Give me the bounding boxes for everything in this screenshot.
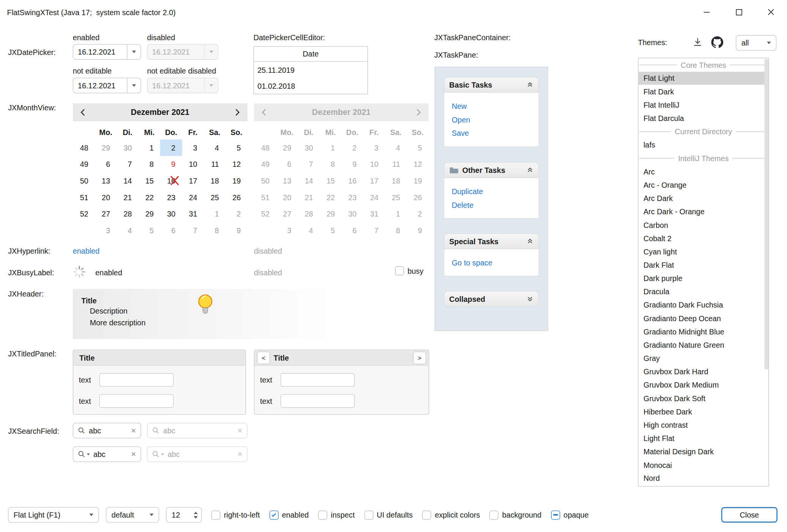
- theme-item[interactable]: Dark purple: [638, 271, 768, 285]
- text-field[interactable]: [99, 394, 174, 408]
- calendar-day[interactable]: 10: [182, 156, 204, 173]
- theme-item[interactable]: Flat Light: [638, 72, 768, 85]
- theme-item[interactable]: Flat IntelliJ: [638, 98, 768, 111]
- calendar-day[interactable]: 5: [139, 222, 160, 239]
- next-month-button[interactable]: [235, 108, 241, 116]
- task-link[interactable]: Open: [452, 113, 531, 127]
- hyperlink-enabled[interactable]: enabled: [73, 247, 100, 255]
- theme-item[interactable]: Gruvbox Dark Soft: [638, 392, 768, 405]
- date-picker-value[interactable]: 16.12.2021: [73, 81, 127, 89]
- theme-filter-combo[interactable]: all: [736, 35, 776, 51]
- table-row[interactable]: 01.02.2018: [254, 78, 367, 94]
- github-button[interactable]: [711, 36, 724, 49]
- text-field[interactable]: [99, 373, 174, 387]
- calendar-day[interactable]: 31: [182, 206, 204, 222]
- calendar-day[interactable]: 19: [225, 173, 247, 189]
- calendar-day[interactable]: 8: [139, 156, 160, 173]
- theme-list-scrollbar[interactable]: [764, 59, 768, 486]
- calendar-day[interactable]: 25: [204, 189, 225, 206]
- checkbox-box[interactable]: [490, 510, 499, 519]
- table-column-header[interactable]: Date: [254, 47, 367, 62]
- date-picker-not-editable[interactable]: 16.12.2021: [73, 78, 141, 93]
- date-picker-enabled[interactable]: 16.12.2021: [73, 44, 141, 60]
- theme-item[interactable]: Dark Flat: [638, 258, 768, 271]
- calendar-day[interactable]: 28: [116, 206, 138, 222]
- scrollbar-thumb[interactable]: [764, 59, 768, 370]
- theme-item[interactable]: lafs: [638, 138, 768, 151]
- theme-item[interactable]: Material Design Dark: [638, 445, 768, 458]
- theme-item[interactable]: Flat Dark: [638, 85, 768, 98]
- calendar-day[interactable]: 9: [225, 222, 247, 239]
- scroll-right-button[interactable]: >: [413, 352, 426, 364]
- theme-item[interactable]: Nord: [638, 472, 768, 485]
- search-input[interactable]: abc: [93, 450, 127, 458]
- download-themes-button[interactable]: [692, 36, 704, 48]
- date-picker-dropdown-button[interactable]: [127, 45, 141, 59]
- minimize-button[interactable]: [691, 0, 723, 24]
- checkbox-box[interactable]: [422, 510, 431, 519]
- calendar-day[interactable]: 26: [225, 189, 247, 206]
- theme-item[interactable]: Arc Dark - Orange: [638, 205, 768, 218]
- calendar-day[interactable]: 13: [95, 173, 116, 189]
- maximize-button[interactable]: [723, 0, 755, 24]
- expand-icon[interactable]: [527, 295, 534, 303]
- calendar-day[interactable]: 3: [95, 222, 116, 239]
- font-size-spinner[interactable]: 12: [166, 507, 202, 523]
- calendar-day[interactable]: 22: [139, 189, 160, 206]
- calendar-day[interactable]: 30: [160, 206, 182, 222]
- text-field[interactable]: [280, 373, 355, 387]
- calendar-day[interactable]: 6: [95, 156, 116, 173]
- calendar-day[interactable]: 9: [160, 156, 182, 173]
- calendar-day[interactable]: 1: [204, 206, 225, 222]
- clear-search-icon[interactable]: ×: [131, 450, 136, 458]
- previous-month-button[interactable]: [80, 108, 86, 116]
- theme-item[interactable]: Cobalt 2: [638, 232, 768, 245]
- calendar-day[interactable]: 6: [160, 222, 182, 239]
- calendar-day[interactable]: 21: [116, 189, 138, 206]
- checkbox-background[interactable]: background: [490, 510, 541, 519]
- calendar-day[interactable]: 5: [225, 140, 247, 156]
- calendar-day[interactable]: 4: [204, 140, 225, 156]
- laf-combo[interactable]: Flat Light (F1): [8, 507, 99, 523]
- theme-item[interactable]: Gradianto Deep Ocean: [638, 312, 768, 325]
- calendar-day[interactable]: 14: [116, 173, 138, 189]
- collapse-icon[interactable]: [527, 166, 534, 174]
- calendar-day[interactable]: 16: [160, 173, 182, 189]
- date-picker-value[interactable]: 16.12.2021: [73, 48, 127, 56]
- calendar-day[interactable]: 17: [182, 173, 204, 189]
- calendar-day[interactable]: 12: [225, 156, 247, 173]
- checkbox-box[interactable]: [395, 266, 404, 275]
- theme-item[interactable]: Gradianto Midnight Blue: [638, 325, 768, 338]
- task-pane-header[interactable]: Special Tasks: [444, 233, 539, 249]
- calendar-day[interactable]: 7: [182, 222, 204, 239]
- calendar-day[interactable]: 11: [204, 156, 225, 173]
- checkbox-box[interactable]: [269, 510, 279, 519]
- theme-item[interactable]: Flat Darcula: [638, 111, 768, 125]
- text-field[interactable]: [280, 394, 355, 408]
- checkbox-inspect[interactable]: inspect: [318, 510, 355, 519]
- theme-item[interactable]: Gruvbox Dark Medium: [638, 378, 768, 392]
- spinner-down-icon[interactable]: [194, 516, 198, 518]
- theme-item[interactable]: Dracula: [638, 285, 768, 298]
- style-combo[interactable]: default: [106, 507, 159, 523]
- theme-item[interactable]: High contrast: [638, 418, 768, 432]
- search-field[interactable]: abc ×: [73, 423, 141, 438]
- calendar-day[interactable]: 8: [204, 222, 225, 239]
- clear-search-icon[interactable]: ×: [131, 426, 136, 435]
- theme-item[interactable]: Light Flat: [638, 432, 768, 445]
- checkbox-right-to-left[interactable]: right-to-left: [211, 510, 260, 519]
- task-pane-header[interactable]: Collapsed: [444, 291, 539, 307]
- theme-item[interactable]: Hiberbee Dark: [638, 405, 768, 418]
- task-link[interactable]: Delete: [452, 198, 531, 212]
- theme-item[interactable]: Cyan light: [638, 245, 768, 258]
- calendar-day[interactable]: 18: [204, 173, 225, 189]
- theme-item[interactable]: Monocai: [638, 458, 768, 472]
- collapse-icon[interactable]: [527, 238, 534, 245]
- date-picker-dropdown-button[interactable]: [127, 78, 141, 93]
- window-close-button[interactable]: [755, 0, 787, 24]
- calendar-day[interactable]: 15: [139, 173, 160, 189]
- scroll-left-button[interactable]: <: [257, 352, 270, 364]
- theme-item[interactable]: Carbon: [638, 218, 768, 232]
- search-field-with-menu[interactable]: abc ×: [73, 446, 141, 462]
- close-button[interactable]: Close: [721, 507, 778, 523]
